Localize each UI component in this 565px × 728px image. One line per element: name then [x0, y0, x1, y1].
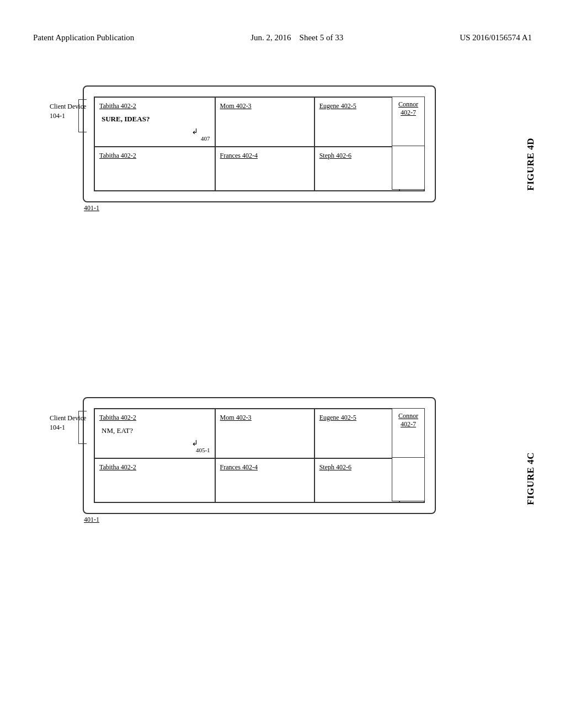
contact-name-tabitha-4c: Tabitha 402-2	[99, 414, 210, 422]
contact-name-frances-4d: Frances 402-4	[220, 152, 310, 160]
figure-4d-wrapper: Tabitha 402-2 SURE, IDEAS? 407 ↳ Mom 402…	[50, 85, 436, 202]
contact-name-tabitha2-4d: Tabitha 402-2	[99, 152, 210, 160]
figure-4d-label: FIGURE 4D	[525, 138, 536, 191]
contact-name-eugene-4d: Eugene 402-5	[319, 102, 395, 110]
figure-4c-label: FIGURE 4C	[525, 452, 536, 505]
cell-mom-4d: Mom 402-3	[215, 97, 315, 147]
cell-tabitha-row2-4d: Tabitha 402-2	[94, 147, 215, 191]
contact-name-tabitha-4d: Tabitha 402-2	[99, 102, 210, 110]
figure-4c-wrapper: Tabitha 402-2 NM, EAT? 405-1 ↳ Mom 402-3…	[50, 397, 436, 514]
connor-label-4c: Connor 402-7	[392, 408, 425, 501]
client-device-4d: Tabitha 402-2 SURE, IDEAS? 407 ↳ Mom 402…	[83, 85, 436, 202]
cell-frances-4c: Frances 402-4	[215, 458, 315, 502]
cell-frances-4d: Frances 402-4	[215, 147, 315, 191]
cell-tabitha-4c: Tabitha 402-2 NM, EAT? 405-1 ↳	[94, 409, 215, 458]
header-date-sheet: Jun. 2, 2016 Sheet 5 of 33	[250, 33, 343, 42]
cell-eugene-4d: Eugene 402-5	[315, 97, 399, 147]
header-publication: Patent Application Publication	[33, 33, 134, 42]
connor-label-4d: Connor 402-7	[392, 97, 425, 190]
message-tabitha-4d: SURE, IDEAS?	[102, 115, 210, 124]
cell-mom-4c: Mom 402-3	[215, 409, 315, 458]
contact-name-eugene-4c: Eugene 402-5	[319, 414, 395, 422]
page-header: Patent Application Publication Jun. 2, 2…	[0, 33, 565, 42]
screen-ref-4c: 401-1	[84, 516, 99, 524]
screen-ref-4d: 401-1	[84, 204, 99, 212]
message-tabitha-4c: NM, EAT?	[102, 426, 210, 435]
header-patent-number: US 2016/0156574 A1	[460, 33, 532, 42]
contact-name-frances-4c: Frances 402-4	[220, 463, 310, 472]
contact-name-steph-4c: Steph 402-6	[319, 463, 395, 472]
cell-steph-4d: Steph 402-6	[315, 147, 399, 191]
cell-tabitha-4d: Tabitha 402-2 SURE, IDEAS? 407 ↳	[94, 97, 215, 147]
contact-name-mom-4d: Mom 402-3	[220, 102, 310, 110]
cell-steph-4c: Steph 402-6	[315, 458, 399, 502]
contact-name-tabitha2-4c: Tabitha 402-2	[99, 463, 210, 472]
contact-name-mom-4c: Mom 402-3	[220, 414, 310, 422]
screen-grid-4c: Tabitha 402-2 NM, EAT? 405-1 ↳ Mom 402-3…	[94, 408, 425, 503]
msg-ref-4d: 407	[201, 135, 210, 142]
cell-eugene-4c: Eugene 402-5	[315, 409, 399, 458]
screen-grid-4d: Tabitha 402-2 SURE, IDEAS? 407 ↳ Mom 402…	[94, 97, 425, 191]
contact-name-steph-4d: Steph 402-6	[319, 152, 395, 160]
client-device-4c: Tabitha 402-2 NM, EAT? 405-1 ↳ Mom 402-3…	[83, 397, 436, 514]
cell-tabitha-row2-4c: Tabitha 402-2	[94, 458, 215, 502]
